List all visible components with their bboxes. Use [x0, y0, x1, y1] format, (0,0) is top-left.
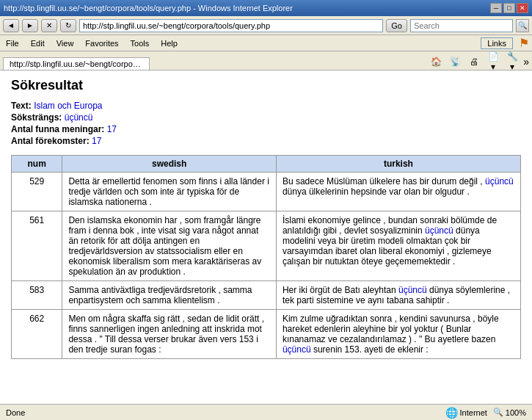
browser-tab[interactable]: http://stp.lingfil.uu.se/~bengt/corpora/…	[3, 57, 150, 70]
cell-swedish: Men om några skaffa sig rätt , sedan de …	[62, 310, 276, 359]
home-button[interactable]: 🏠	[428, 55, 444, 68]
sokstrang-label: Söksträngs:	[11, 112, 62, 123]
cell-swedish: Detta är emellertid fenomen som finns i …	[62, 173, 276, 211]
cell-num: 583	[12, 281, 62, 310]
window-controls: ─ □ ✕	[490, 3, 528, 13]
minimize-button[interactable]: ─	[490, 3, 502, 13]
highlighted-word[interactable]: üçüncü	[485, 176, 514, 187]
tab-bar: http://stp.lingfil.uu.se/~bengt/corpora/…	[0, 51, 532, 70]
table-row: 561Den islamska ekonomin har , som framg…	[12, 211, 521, 281]
links-button[interactable]: Links	[481, 37, 513, 49]
col-header-swedish: swedish	[62, 156, 276, 173]
table-row: 583Samma antiväxtliga tredjevärdsretorik…	[12, 281, 521, 310]
col-header-turkish: turkish	[276, 156, 520, 173]
highlighted-word[interactable]: üçüncü	[425, 225, 453, 236]
sokstrang-value: üçüncü	[65, 112, 93, 123]
menu-help[interactable]: Help	[158, 38, 181, 48]
page-button[interactable]: 📄▾	[485, 55, 501, 68]
antal-forekomster-label: Antal förekomster:	[11, 136, 90, 146]
text-label: Text:	[11, 101, 32, 111]
highlighted-word[interactable]: üçüncü	[283, 344, 311, 355]
back-button[interactable]: ◄	[3, 19, 19, 32]
print-button[interactable]: 🖨	[466, 55, 482, 68]
cell-swedish: Samma antiväxtliga tredjevärdsretorik , …	[62, 281, 276, 310]
cell-turkish: Her iki örgüt de Batı aleyhtan üçüncü dü…	[276, 281, 520, 310]
content-area: Sökresultat Text: Islam och Europa Sökst…	[0, 70, 532, 404]
maximize-button[interactable]: □	[503, 3, 515, 13]
cell-swedish: Den islamska ekonomin har , som framgår …	[62, 211, 276, 281]
forward-button[interactable]: ►	[22, 19, 38, 32]
refresh-button[interactable]: ↻	[60, 19, 76, 32]
cell-turkish: Kim zulme uğradıktan sonra , kendini sav…	[276, 310, 520, 359]
menu-edit[interactable]: Edit	[28, 38, 48, 48]
cell-num: 561	[12, 211, 62, 281]
table-row: 529Detta är emellertid fenomen som finns…	[12, 173, 521, 211]
close-button[interactable]: ✕	[517, 3, 528, 13]
address-input[interactable]	[79, 19, 383, 32]
links-icon[interactable]: ⚑	[519, 36, 529, 50]
menu-view[interactable]: View	[54, 38, 77, 48]
antal-forekomster-value[interactable]: 17	[92, 136, 101, 146]
page-title: Sökresultat	[11, 78, 521, 93]
highlighted-word[interactable]: üçüncü	[398, 285, 427, 295]
go-button[interactable]: Go	[386, 19, 407, 32]
tab-toolbar: 🏠 📡 🖨 📄▾ 🔧▾ »	[428, 55, 529, 70]
meta-antal-meningar-line: Antal funna meningar: 17	[11, 124, 521, 134]
address-bar-area: ◄ ► ✕ ↻ Go 🔍	[0, 16, 532, 35]
search-go-button[interactable]: 🔍	[516, 19, 529, 32]
menu-bar: File Edit View Favorites Tools Help Link…	[0, 35, 532, 51]
results-table: num swedish turkish 529Detta är emellert…	[11, 155, 521, 359]
more-button[interactable]: »	[523, 56, 529, 68]
stop-button[interactable]: ✕	[41, 19, 57, 32]
meta-text-line: Text: Islam och Europa	[11, 101, 521, 111]
cell-num: 662	[12, 310, 62, 359]
menu-file[interactable]: File	[3, 38, 22, 48]
cell-turkish: Bu sadece Müslüman ülkelere has bir duru…	[276, 173, 520, 211]
meta-sokstrang-line: Söksträngs: üçüncü	[11, 112, 521, 123]
search-input[interactable]	[410, 19, 513, 32]
meta-section: Text: Islam och Europa Söksträngs: üçünc…	[11, 101, 521, 146]
menu-tools[interactable]: Tools	[128, 38, 153, 48]
antal-meningar-label: Antal funna meningar:	[11, 124, 104, 134]
col-header-num: num	[12, 156, 62, 173]
tools-button[interactable]: 🔧▾	[504, 55, 520, 68]
text-value-link[interactable]: Islam och Europa	[34, 101, 102, 111]
menu-favorites[interactable]: Favorites	[82, 38, 121, 48]
meta-antal-forekomster-line: Antal förekomster: 17	[11, 136, 521, 146]
window-title: http://stp.lingfil.uu.se/~bengt/corpora/…	[4, 4, 293, 12]
titlebar-text: http://stp.lingfil.uu.se/~bengt/corpora/…	[4, 4, 293, 12]
cell-num: 529	[12, 173, 62, 211]
antal-meningar-value[interactable]: 17	[107, 124, 117, 134]
cell-turkish: İslami ekonomiye gelince , bundan sonrak…	[276, 211, 520, 281]
rss-button[interactable]: 📡	[447, 55, 463, 68]
titlebar: http://stp.lingfil.uu.se/~bengt/corpora/…	[0, 0, 532, 16]
table-row: 662Men om några skaffa sig rätt , sedan …	[12, 310, 521, 359]
